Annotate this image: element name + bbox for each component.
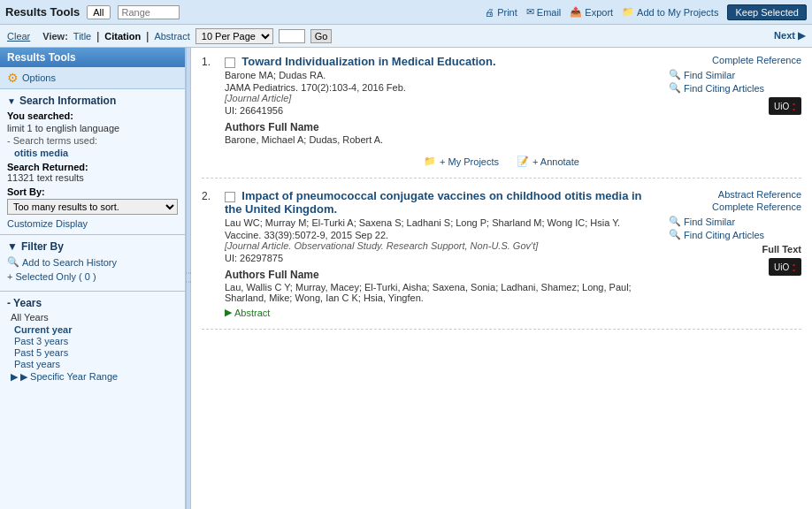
toolbar-actions: 🖨 Print ✉ Email 📤 Export 📁 Add to My Pro…: [485, 4, 807, 20]
range-input[interactable]: [118, 5, 180, 19]
keep-selected-button[interactable]: Keep Selected: [727, 4, 807, 20]
my-projects-icon: 📁: [424, 156, 436, 167]
results-tools-title: Results Tools: [5, 5, 80, 19]
email-icon: ✉: [526, 6, 534, 18]
find-citing-link[interactable]: 🔍 Find Citing Articles: [669, 82, 801, 94]
article-actions: Complete Reference 🔍 Find Similar 🔍 Find…: [669, 55, 801, 145]
abstract-toggle[interactable]: ▶ Abstract: [225, 307, 662, 318]
past-3-years-link[interactable]: Past 3 years: [7, 336, 178, 346]
find-citing-icon: 🔍: [669, 82, 681, 94]
article-actions: Abstract Reference Complete Reference 🔍 …: [669, 189, 801, 318]
authors-full-names: Lau, Wallis C Y; Murray, Macey; El-Turki…: [225, 282, 662, 303]
find-similar-link[interactable]: 🔍 Find Similar: [669, 216, 801, 227]
article-row: 1. Toward Individualization in Medical E…: [202, 55, 801, 145]
article-ui: UI: 26297875: [225, 253, 662, 263]
expand-icon: ▶: [11, 371, 18, 383]
abstract-view-button[interactable]: Abstract: [154, 31, 189, 42]
add-to-projects-button[interactable]: 📁 Add to My Projects: [622, 6, 718, 18]
you-searched-label: You searched:: [7, 110, 178, 121]
all-years: All Years: [7, 312, 178, 323]
article-checkbox[interactable]: [225, 192, 235, 202]
sort-select[interactable]: Too many results to sort.: [7, 199, 178, 215]
collapse-icon[interactable]: ▼: [7, 96, 16, 106]
article-main: Toward Individualization in Medical Educ…: [225, 55, 662, 145]
complete-reference-link[interactable]: Complete Reference: [669, 201, 801, 212]
all-button[interactable]: All: [87, 5, 110, 19]
article-main: Impact of pneumococcal conjugate vaccine…: [225, 189, 662, 318]
print-button[interactable]: 🖨 Print: [485, 7, 517, 18]
filter-collapse-icon[interactable]: ▼: [7, 240, 18, 253]
article-bottom-actions: 📁 + My Projects 📝 + Annotate: [202, 152, 801, 167]
article-authors: Barone MA; Dudas RA.: [225, 70, 662, 80]
authors-full-label: Authors Full Name: [225, 269, 662, 281]
authors-full-section: Authors Full Name Lau, Wallis C Y; Murra…: [225, 269, 662, 303]
add-search-history-link[interactable]: 🔍 Add to Search History: [7, 256, 178, 268]
printer-icon: 🖨: [485, 7, 494, 18]
article-entry: 2. Impact of pneumococcal conjugate vacc…: [202, 189, 801, 330]
export-icon: 📤: [570, 6, 582, 18]
citation-view-button[interactable]: Citation: [104, 31, 141, 42]
past-5-years-link[interactable]: Past 5 years: [7, 347, 178, 358]
article-checkbox[interactable]: [225, 57, 235, 68]
article-number: 1.: [202, 55, 218, 145]
current-year-link[interactable]: Current year: [7, 324, 178, 335]
years-section: - Years All Years Current year Past 3 ye…: [0, 292, 185, 388]
title-view-button[interactable]: Title: [73, 31, 91, 42]
view-label: View:: [42, 31, 68, 42]
history-icon: 🔍: [7, 256, 19, 268]
my-projects-action[interactable]: 📁 + My Projects: [424, 156, 499, 167]
article-title-row: Toward Individualization in Medical Educ…: [225, 55, 662, 68]
past-years-link[interactable]: Past years: [7, 359, 178, 369]
article-number: 2.: [202, 189, 218, 318]
article-title-row: Impact of pneumococcal conjugate vaccine…: [225, 189, 662, 216]
search-returned-label: Search Returned:: [7, 162, 178, 172]
uio-badge[interactable]: UiO :: [769, 258, 801, 276]
go-button[interactable]: Go: [310, 29, 333, 43]
complete-reference-link[interactable]: Complete Reference: [669, 55, 801, 65]
find-similar-icon: 🔍: [669, 69, 681, 80]
article-title[interactable]: Toward Individualization in Medical Educ…: [241, 55, 495, 68]
article-authors: Lau WC; Murray M; El-Turki A; Saxena S; …: [225, 217, 662, 228]
folder-icon: 📁: [622, 6, 634, 18]
per-page-select[interactable]: 10 Per Page 20 Per Page 50 Per Page: [195, 28, 273, 44]
article-ui: UI: 26641956: [225, 105, 662, 116]
search-information-section: ▼ Search Information You searched: limit…: [0, 89, 185, 235]
find-similar-icon: 🔍: [669, 216, 681, 227]
authors-full-label: Authors Full Name: [225, 121, 662, 133]
gear-icon: ⚙: [7, 71, 19, 85]
uio-badge[interactable]: UiO :: [769, 97, 801, 115]
results-tools-header: Results Tools: [0, 48, 185, 67]
article-type: [Journal Article. Observational Study. R…: [225, 240, 662, 251]
article-title[interactable]: Impact of pneumococcal conjugate vaccine…: [225, 189, 642, 216]
selected-only-link[interactable]: + Selected Only ( 0 ): [7, 271, 178, 282]
page-number-input[interactable]: 1: [279, 29, 305, 43]
export-button[interactable]: 📤 Export: [570, 6, 613, 18]
next-page-button[interactable]: Next ▶: [774, 30, 805, 42]
filter-by-section: ▼ Filter By 🔍 Add to Search History + Se…: [0, 235, 185, 292]
abstract-arrow-icon: ▶: [225, 307, 232, 318]
specific-year-range-link[interactable]: ▶ ▶ Specific Year Range: [7, 371, 178, 383]
email-button[interactable]: ✉ Email: [526, 6, 562, 18]
main-layout: Results Tools ⚙ Options ▼ Search Informa…: [0, 48, 812, 509]
years-header: - Years: [7, 297, 178, 309]
find-citing-link[interactable]: 🔍 Find Citing Articles: [669, 229, 801, 240]
article-type: [Journal Article]: [225, 93, 662, 103]
article-row: 2. Impact of pneumococcal conjugate vacc…: [202, 189, 801, 318]
search-terms-label: - Search terms used:: [7, 135, 178, 146]
article-journal: Vaccine. 33(39):5072-9, 2015 Sep 22.: [225, 230, 662, 240]
find-similar-link[interactable]: 🔍 Find Similar: [669, 69, 801, 80]
abstract-reference-link[interactable]: Abstract Reference: [669, 189, 801, 200]
top-toolbar: Results Tools All 🖨 Print ✉ Email 📤 Expo…: [0, 0, 812, 25]
search-term: otitis media: [7, 148, 178, 158]
filter-by-header: ▼ Filter By: [7, 240, 178, 253]
full-text-label: Full Text: [669, 244, 801, 254]
options-row: ⚙ Options: [0, 67, 185, 89]
annotate-action[interactable]: 📝 + Annotate: [517, 156, 579, 167]
article-journal: JAMA Pediatrics. 170(2):103-4, 2016 Feb.: [225, 82, 662, 93]
options-link[interactable]: Options: [22, 72, 56, 83]
right-panel: 1. Toward Individualization in Medical E…: [191, 48, 812, 509]
view-toolbar: Clear View: Title | Citation | Abstract …: [0, 25, 812, 48]
clear-button[interactable]: Clear: [7, 31, 30, 42]
article-entry: 1. Toward Individualization in Medical E…: [202, 55, 801, 179]
customize-display-link[interactable]: Customize Display: [7, 218, 178, 229]
